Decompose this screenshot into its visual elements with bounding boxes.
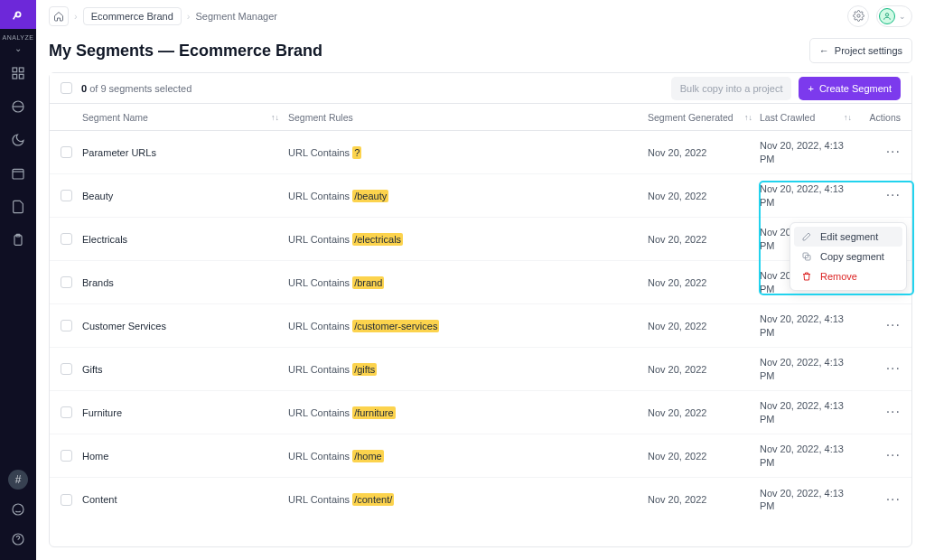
segment-name[interactable]: Electricals <box>82 234 127 245</box>
col-header-generated[interactable]: Segment Generated <box>648 112 733 123</box>
row-actions-button[interactable]: ··· <box>859 409 901 415</box>
menu-remove-segment[interactable]: Remove <box>794 266 902 286</box>
segment-generated-date: Nov 20, 2022 <box>648 147 706 158</box>
last-crawled-date: Nov 20, 2022, 4:13 PM <box>760 443 852 469</box>
sidebar-item-moon[interactable] <box>11 133 25 150</box>
table-toolbar: 0 of 9 segments selected Bulk copy into … <box>50 73 911 104</box>
sort-icon[interactable]: ↑↓ <box>744 113 752 122</box>
segment-name[interactable]: Customer Services <box>82 321 166 331</box>
segment-generated-date: Nov 20, 2022 <box>648 234 706 245</box>
col-header-rules: Segment Rules <box>288 112 353 123</box>
sidebar-item-help[interactable] <box>11 532 25 549</box>
segment-name[interactable]: Parameter URLs <box>82 147 156 158</box>
sort-icon[interactable]: ↑↓ <box>844 113 852 122</box>
segment-rule: URL Contains /brand <box>288 277 384 288</box>
row-checkbox[interactable] <box>61 146 72 158</box>
segment-name[interactable]: Beauty <box>82 191 113 201</box>
segment-rule: URL Contains /beauty <box>288 191 388 201</box>
breadcrumb-project[interactable]: Ecommerce Brand <box>83 7 182 25</box>
segment-generated-date: Nov 20, 2022 <box>648 321 706 331</box>
menu-edit-segment[interactable]: Edit segment <box>794 227 902 247</box>
row-actions-button[interactable]: ··· <box>859 497 901 502</box>
calendar-icon <box>11 166 25 181</box>
row-checkbox[interactable] <box>61 494 72 506</box>
segment-name[interactable]: Home <box>82 451 108 462</box>
row-checkbox[interactable] <box>61 190 72 201</box>
row-checkbox[interactable] <box>61 320 72 331</box>
row-actions-button[interactable]: ··· <box>859 453 901 458</box>
avatar <box>879 8 895 24</box>
account-menu[interactable]: ⌄ <box>876 5 912 27</box>
sidebar-item-globe[interactable] <box>11 99 25 117</box>
segment-generated-date: Nov 20, 2022 <box>648 191 706 201</box>
segment-generated-date: Nov 20, 2022 <box>648 364 706 375</box>
sidebar-item-calendar[interactable] <box>11 166 25 183</box>
last-crawled-date: Nov 20, 2022, 4:13 PM <box>760 182 852 209</box>
sidebar-item-hash[interactable]: # <box>8 470 28 490</box>
main: › Ecommerce Brand › Segment Manager ⌄ <box>36 0 925 560</box>
sidebar-item-smile[interactable] <box>11 502 25 519</box>
globe-icon <box>11 99 25 114</box>
segment-name[interactable]: Gifts <box>82 364 103 375</box>
menu-copy-label: Copy segment <box>820 251 884 262</box>
row-actions-button[interactable]: ··· <box>859 366 901 371</box>
row-checkbox[interactable] <box>61 450 72 462</box>
sidebar-item-file[interactable] <box>11 200 25 217</box>
row-checkbox[interactable] <box>61 363 72 375</box>
row-actions-button[interactable]: ··· <box>859 149 901 154</box>
last-crawled-date: Nov 20, 2022, 4:13 PM <box>760 399 852 425</box>
sidebar-section-label: ANALYZE <box>3 34 34 42</box>
chevron-right-icon: › <box>74 11 78 22</box>
app-logo[interactable] <box>0 0 36 29</box>
segment-rule: URL Contains /electricals <box>288 234 403 245</box>
help-icon <box>11 532 25 546</box>
table-row: Furniture URL Contains /furniture Nov 20… <box>50 391 911 434</box>
row-actions-button[interactable]: ··· <box>859 322 901 328</box>
selection-count: 0 of 9 segments selected <box>81 83 192 94</box>
last-crawled-date: Nov 20, 2022, 4:13 PM <box>760 356 852 382</box>
row-actions-button[interactable]: ··· <box>859 192 901 198</box>
svg-rect-3 <box>19 74 23 79</box>
breadcrumb-home[interactable] <box>49 6 69 26</box>
settings-button[interactable] <box>847 5 869 27</box>
clipboard-icon <box>11 233 25 247</box>
sort-icon[interactable]: ↑↓ <box>271 113 279 122</box>
last-crawled-date: Nov 20, 2022, 4:13 PM <box>760 313 852 339</box>
project-settings-label: Project settings <box>835 45 902 56</box>
col-header-crawled[interactable]: Last Crawled <box>760 112 815 123</box>
table-header: Segment Name ↑↓ Segment Rules Segment Ge… <box>50 104 911 131</box>
svg-point-8 <box>13 504 23 515</box>
segment-rule: URL Contains ? <box>288 147 361 158</box>
sidebar: ANALYZE ⌄ <box>0 0 36 560</box>
chevron-down-icon[interactable]: ⌄ <box>14 43 22 53</box>
row-checkbox[interactable] <box>61 406 72 418</box>
chevron-right-icon: › <box>187 11 191 22</box>
moon-icon <box>11 133 25 147</box>
gear-icon <box>853 10 864 22</box>
copy-icon <box>800 251 813 262</box>
sidebar-item-dashboard[interactable] <box>11 66 25 83</box>
col-header-name[interactable]: Segment Name <box>82 112 148 123</box>
svg-point-11 <box>885 13 888 15</box>
select-all-checkbox[interactable] <box>61 82 72 94</box>
selected-suffix: segments selected <box>107 83 192 94</box>
menu-edit-label: Edit segment <box>820 231 878 242</box>
segment-name[interactable]: Furniture <box>82 407 122 418</box>
logo-icon <box>11 7 25 22</box>
svg-point-10 <box>856 14 859 17</box>
edit-icon <box>800 231 813 242</box>
row-checkbox[interactable] <box>61 276 72 288</box>
smile-icon <box>11 502 25 517</box>
plus-icon: + <box>808 83 813 94</box>
last-crawled-date: Nov 20, 2022, 4:13 PM <box>760 487 852 513</box>
col-header-actions: Actions <box>870 112 901 123</box>
page-header: My Segments — Ecommerce Brand ← Project … <box>36 33 925 72</box>
project-settings-button[interactable]: ← Project settings <box>809 38 912 63</box>
create-segment-button[interactable]: + Create Segment <box>799 77 901 100</box>
file-icon <box>11 200 25 214</box>
sidebar-item-clipboard[interactable] <box>11 233 25 250</box>
row-checkbox[interactable] <box>61 233 72 245</box>
segment-name[interactable]: Content <box>82 494 117 505</box>
menu-copy-segment[interactable]: Copy segment <box>794 247 902 266</box>
segment-name[interactable]: Brands <box>82 277 114 288</box>
